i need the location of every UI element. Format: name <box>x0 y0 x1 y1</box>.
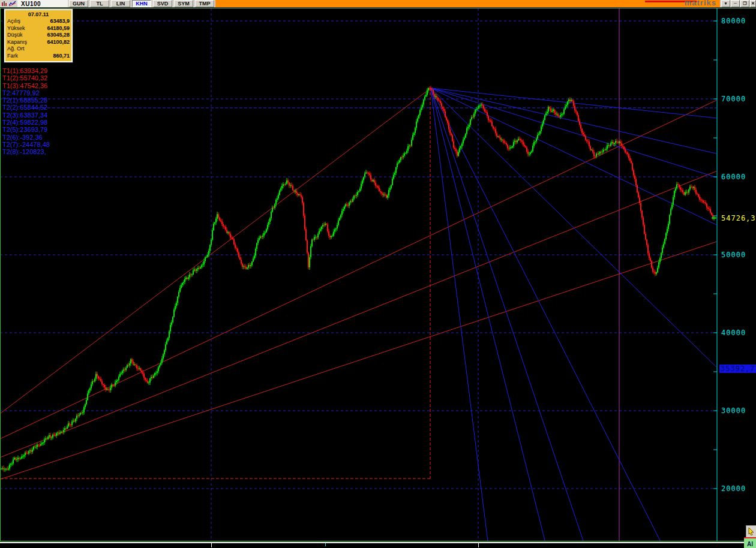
trendline-value-t1: T1(1):63934,29 <box>2 67 50 74</box>
y-axis-label: 30000 <box>721 407 746 415</box>
trendline-value-t2: T2:47779,92 <box>2 89 50 97</box>
logo-band: matriks <box>215 0 720 7</box>
info-label: Fark <box>7 53 18 60</box>
menu-arrow-icon[interactable]: ▾ <box>721 0 730 7</box>
info-label: Yüksek <box>7 25 25 32</box>
time-axis-tick <box>478 543 479 547</box>
price-chart[interactable] <box>0 0 756 548</box>
info-value: 64100,82 <box>47 39 70 46</box>
last-price-label: 54726,31 <box>721 214 756 222</box>
info-label: Ağ. Ort <box>7 46 25 53</box>
y-axis-label: 60000 <box>721 173 746 181</box>
indicator-zigzag-icon[interactable] <box>9 1 16 7</box>
info-label: Kapanış <box>7 39 27 46</box>
y-axis-label: 40000 <box>721 329 746 337</box>
toolbar-button-lin[interactable]: LIN <box>111 0 130 7</box>
info-value: 860,71 <box>53 53 70 60</box>
trendline-value-list: T1(1):63934,29T1(2):55740,32T1(3):47542,… <box>2 67 50 156</box>
time-axis-bar[interactable] <box>0 543 756 548</box>
close-icon[interactable]: ✕ <box>750 0 756 7</box>
trendline-value-t2: T2(3):63837,34 <box>2 112 50 119</box>
chart-left-border <box>0 8 1 541</box>
time-axis-tick <box>211 543 212 547</box>
toolbar-button-tmp[interactable]: TMP <box>195 0 214 7</box>
toolbar-button-svd[interactable]: SVD <box>153 0 172 7</box>
y-axis-label: 80000 <box>721 17 746 25</box>
chart-area <box>0 8 718 548</box>
minimize-icon[interactable]: ─ <box>731 0 740 7</box>
info-date: 07.07.11 <box>7 11 70 17</box>
trendline-value-t1: T1(3):47542,36 <box>2 82 50 89</box>
toolbar-buttons: GUNTLLINKHNSVDSYMTMP <box>68 0 215 7</box>
time-axis-tick <box>325 543 326 546</box>
toolbar-button-sym[interactable]: SYM <box>174 0 193 7</box>
ohlc-info-panel: 07.07.11 Açılış63483,9Yüksek64180,59Düşü… <box>4 9 73 62</box>
info-value: 63483,9 <box>50 18 70 25</box>
y-axis-label: 70000 <box>721 95 746 103</box>
buy-signal-button[interactable]: Al <box>744 537 756 548</box>
toolbar-button-khn[interactable]: KHN <box>132 0 151 7</box>
info-value: 64180,59 <box>47 25 70 32</box>
t1-fan-lines[interactable] <box>0 88 716 480</box>
info-row: Kapanış64100,82 <box>7 39 70 46</box>
info-row: Açılış63483,9 <box>7 18 70 25</box>
t2-fan-lines[interactable] <box>431 88 716 548</box>
candle-chart-icon[interactable] <box>1 1 8 7</box>
trendline-value-t2: T2(1):68855,28 <box>2 97 50 104</box>
symbol-title: XU100 <box>17 0 68 7</box>
info-row: Düşük63045,28 <box>7 32 70 39</box>
trendline-value-t2: T2(6):-392,36 <box>2 134 50 141</box>
toolbar-button-gun[interactable]: GUN <box>69 0 88 7</box>
matriks-logo: matriks <box>685 0 716 7</box>
t2-cross-price-label: 35392,77 <box>719 365 756 373</box>
toolbar-icons <box>0 0 17 7</box>
y-axis-label: 20000 <box>721 484 746 493</box>
y-axis-label: 50000 <box>721 251 746 259</box>
candlesticks <box>1 86 715 472</box>
info-value: 63045,28 <box>47 32 70 39</box>
trendline-value-t2: T2(4):59822,98 <box>2 119 50 126</box>
symbol-title-text: XU100 <box>21 1 41 7</box>
restore-icon[interactable]: ❐ <box>740 0 749 7</box>
pointer-icon[interactable] <box>746 525 756 538</box>
red-dashed-guides[interactable] <box>0 88 430 478</box>
toolbar-button-tl[interactable]: TL <box>90 0 109 7</box>
gridlines <box>0 8 716 541</box>
window-controls: ▾─❐✕ <box>720 0 756 7</box>
trendline-value-t2: T2(2):65844,52 <box>2 104 50 111</box>
chart-bottom-border <box>0 541 745 541</box>
chart-top-border <box>0 8 756 8</box>
info-label: Düşük <box>7 32 23 39</box>
info-row: Yüksek64180,59 <box>7 25 70 32</box>
info-label: Açılış <box>7 18 20 25</box>
trendline-value-t2: T2(5):23693,79 <box>2 126 50 133</box>
toolbar: XU100 GUNTLLINKHNSVDSYMTMP matriks ▾─❐✕ <box>0 0 756 7</box>
info-row: Ağ. Ort <box>7 46 70 53</box>
info-row: Fark860,71 <box>7 53 70 60</box>
trendline-value-t2: T2(7):-24478,48 <box>2 141 50 148</box>
trendline-value-t2: T2(8):-120823, <box>2 148 50 155</box>
matriks-chart-window: XU100 GUNTLLINKHNSVDSYMTMP matriks ▾─❐✕ … <box>0 0 756 548</box>
trendline-value-t1: T1(2):55740,32 <box>2 74 50 82</box>
y-axis[interactable] <box>713 8 717 541</box>
